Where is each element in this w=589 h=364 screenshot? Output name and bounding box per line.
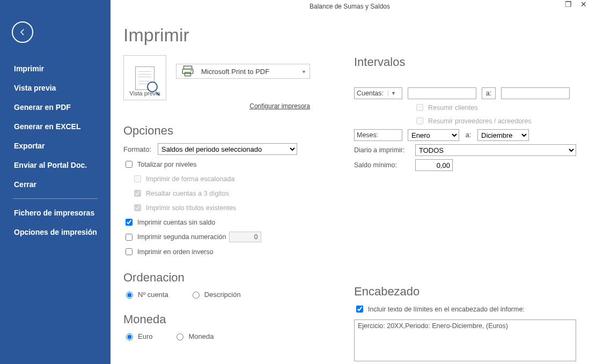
check-orden-inverso-label: Imprimir en orden inverso (137, 248, 213, 256)
sidebar-item-cerrar[interactable]: Cerrar (0, 175, 111, 194)
sidebar: Imprimir Vista previa Generar en PDF Gen… (0, 0, 111, 364)
moneda-heading: Moneda (123, 313, 316, 326)
svg-point-3 (190, 70, 192, 71)
check-segunda-numeracion-label: Imprimir segunda numeración (137, 233, 226, 241)
configure-printer-link[interactable]: Configurar impresora (249, 102, 310, 110)
document-preview-icon (135, 66, 154, 90)
encabezado-heading: Encabezado (354, 285, 576, 299)
svg-rect-2 (185, 72, 191, 76)
cuentas-a-label-box: a: (482, 87, 496, 99)
check-escalonada: Imprimir de forma escalonada (132, 174, 316, 184)
check-cuentas-sin-saldo-label: Imprimir cuentas sin saldo (137, 219, 215, 226)
meses-to-select[interactable]: Diciembre (477, 129, 529, 141)
meses-a-label: a: (465, 131, 472, 139)
diario-select[interactable]: TODOS (415, 144, 576, 156)
meses-label: Meses: (357, 131, 378, 139)
check-solo-titulos-label: Imprimir solo títulos existentes (146, 204, 236, 212)
check-cuentas-sin-saldo[interactable]: Imprimir cuentas sin saldo (123, 217, 316, 227)
check-resumir-proveedores-label: Resumir proveedores / acreedores (428, 117, 531, 125)
sidebar-separator (13, 198, 98, 199)
window-close-button[interactable]: ✕ (580, 0, 587, 9)
sidebar-item-vista-previa[interactable]: Vista previa (0, 78, 111, 98)
meses-combo[interactable]: Meses: (354, 129, 402, 141)
check-incluir-texto[interactable]: Incluir texto de límites en el encabezad… (354, 304, 576, 314)
radio-num-cuenta[interactable]: Nº cuenta (123, 290, 168, 299)
chevron-down-icon: ▼ (388, 91, 396, 96)
window-title: Balance de Sumas y Saldos (310, 3, 390, 10)
check-totalizar-niveles[interactable]: Totalizar por niveles (123, 159, 316, 169)
radio-euro[interactable]: Euro (123, 332, 152, 340)
sidebar-item-generar-excel[interactable]: Generar en EXCEL (0, 117, 111, 136)
printer-name: Microsoft Print to PDF (201, 68, 269, 76)
encabezado-textarea[interactable] (354, 320, 576, 361)
svg-rect-0 (183, 66, 192, 69)
printer-select[interactable]: Microsoft Print to PDF ▾ (176, 64, 310, 79)
arrow-left-icon (18, 27, 27, 37)
sidebar-item-fichero-impresoras[interactable]: Fichero de impresoras (0, 203, 111, 222)
check-orden-inverso[interactable]: Imprimir en orden inverso (123, 247, 316, 257)
vista-previa-button[interactable]: Vista previa (123, 55, 166, 100)
segunda-numeracion-value[interactable]: 0 (229, 232, 261, 242)
intervalos-heading: Intervalos (354, 55, 576, 69)
cuentas-combo[interactable]: Cuentas: ▼ (354, 87, 402, 99)
radio-descripcion[interactable]: Descripción (190, 290, 241, 299)
check-resaltar-3digitos-label: Resaltar cuentas a 3 dígitos (146, 190, 229, 197)
radio-descripcion-label: Descripción (204, 291, 241, 299)
back-button[interactable] (12, 21, 33, 43)
window-maximize-button[interactable]: ❐ (565, 0, 572, 9)
formato-select[interactable]: Saldos del periodo seleccionado (158, 143, 297, 155)
svg-rect-1 (182, 69, 193, 74)
printer-icon (181, 64, 195, 78)
diario-label: Diario a imprimir: (354, 146, 410, 154)
meses-from-select[interactable]: Enero (408, 129, 459, 141)
check-escalonada-label: Imprimir de forma escalonada (146, 175, 234, 183)
check-resaltar-3digitos: Resaltar cuentas a 3 dígitos (132, 188, 316, 198)
radio-moneda[interactable]: Moneda (174, 332, 213, 340)
radio-euro-label: Euro (138, 332, 152, 340)
sidebar-item-enviar-portal[interactable]: Enviar al Portal Doc. (0, 155, 111, 175)
check-solo-titulos: Imprimir solo títulos existentes (132, 203, 316, 213)
cuentas-to-input[interactable] (501, 87, 570, 99)
check-incluir-texto-label: Incluir texto de límites en el encabezad… (368, 306, 525, 313)
radio-moneda-label: Moneda (188, 332, 213, 340)
check-segunda-numeracion[interactable]: Imprimir segunda numeración 0 (123, 232, 316, 242)
titlebar: Balance de Sumas y Saldos ❐ ✕ (111, 0, 589, 13)
sidebar-item-opciones-impresion[interactable]: Opciones de impresión (0, 222, 111, 242)
check-totalizar-niveles-label: Totalizar por niveles (137, 161, 196, 168)
cuentas-from-input[interactable] (408, 87, 476, 99)
opciones-heading: Opciones (123, 124, 316, 138)
cuentas-a-label: a: (486, 90, 491, 97)
radio-num-cuenta-label: Nº cuenta (138, 291, 168, 299)
sidebar-item-generar-pdf[interactable]: Generar en PDF (0, 98, 111, 117)
check-resumir-clientes-label: Resumir clientes (428, 104, 477, 112)
check-resumir-clientes: Resumir clientes (414, 102, 477, 113)
sidebar-item-exportar[interactable]: Exportar (0, 136, 111, 155)
ordenacion-heading: Ordenacion (123, 271, 316, 285)
saldo-minimo-label: Saldo mínimo: (354, 161, 410, 169)
saldo-minimo-input[interactable] (415, 159, 453, 171)
sidebar-item-imprimir[interactable]: Imprimir (0, 59, 111, 78)
cuentas-label: Cuentas: (357, 90, 384, 97)
check-resumir-proveedores: Resumir proveedores / acreedores (414, 116, 531, 126)
chevron-down-icon: ▾ (303, 69, 305, 75)
formato-label: Formato: (123, 145, 151, 153)
page-title: Imprimir (123, 25, 589, 46)
